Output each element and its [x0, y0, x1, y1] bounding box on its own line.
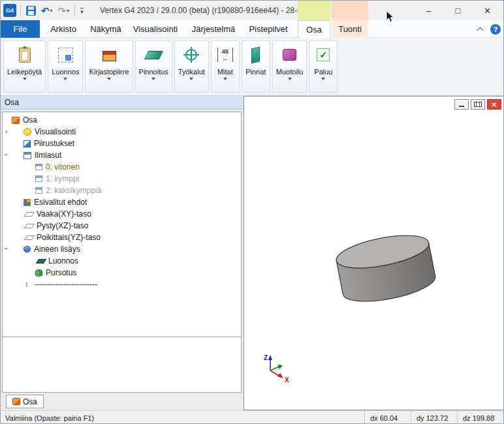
- customize-toolbar-button[interactable]: [79, 3, 85, 18]
- tree-item-vaaka-xy-taso[interactable]: Vaaka(XY)-taso: [3, 208, 241, 220]
- chevron-down-icon: [151, 78, 155, 80]
- ribbon-button-label: Leikepöytä: [7, 68, 42, 76]
- panel-tab-osa[interactable]: Osa: [6, 395, 44, 408]
- coordinate-dy: dy 123.72: [411, 411, 457, 424]
- chevron-down-icon[interactable]: [5, 151, 12, 159]
- extrude-icon: [35, 269, 42, 277]
- chevron-right-icon[interactable]: [5, 127, 12, 135]
- insert-marker-icon: [24, 280, 31, 288]
- model-cylinder[interactable]: [334, 230, 437, 308]
- ribbon-button-paluu[interactable]: Paluu: [309, 40, 338, 93]
- ribbon-button-leikep-yt[interactable]: Leikepöytä: [3, 40, 46, 93]
- collapse-ribbon-icon[interactable]: [476, 25, 485, 34]
- tree-item-poikittais-yz-taso[interactable]: Poikittais(YZ)-taso: [3, 232, 241, 243]
- viewport-close-button[interactable]: [487, 99, 501, 110]
- tree-item-piirustukset[interactable]: Piirustukset: [3, 138, 241, 149]
- context-tab-group-tuonti: [332, 1, 368, 20]
- configuration-icon: [35, 164, 42, 170]
- chevron-down-icon: [107, 78, 111, 80]
- undo-button[interactable]: [40, 3, 54, 18]
- ribbon-button-label: Mitat: [217, 68, 233, 76]
- tree-item-2-kaksikymppi[interactable]: 2: kaksikymppiä: [3, 185, 241, 196]
- help-button[interactable]: ?: [490, 24, 501, 35]
- library-feature-icon: [102, 51, 116, 61]
- tree-item-label: Pursotus: [46, 268, 76, 277]
- tree-item-label: 0: vitonen: [46, 162, 80, 172]
- window-controls: – □ ✕: [414, 1, 502, 20]
- ribbon-button-label: Muotoilu: [276, 68, 304, 76]
- tree-item-label: Visualisointi: [35, 127, 76, 136]
- chevron-down-icon: [288, 78, 292, 80]
- ribbon-button-kirjastopiirre[interactable]: Kirjastopiirre: [85, 40, 133, 93]
- ribbon-button-ty-kalut[interactable]: Työkalut: [174, 40, 209, 93]
- coating-icon: [146, 44, 161, 66]
- tab-n-kym[interactable]: Näkymä: [86, 20, 126, 38]
- tab-tuonti[interactable]: Tuonti: [332, 20, 368, 38]
- chevron-down-icon[interactable]: [5, 245, 12, 252]
- tree-item-aineen-lis-ys[interactable]: Aineen lisäys: [3, 243, 241, 255]
- tree-item-osa[interactable]: Osa: [3, 114, 241, 126]
- tab-j-rjestelm[interactable]: Järjestelmä: [185, 20, 242, 38]
- preselected-conditions-icon: [24, 199, 31, 206]
- tree-item-1-kymppi[interactable]: 1: kymppi: [3, 173, 241, 185]
- tree-item-visualisointi[interactable]: Visualisointi: [3, 126, 241, 138]
- model-scene: Z X: [244, 97, 504, 410]
- configurations-icon: [24, 152, 31, 159]
- tree-item-luonnos[interactable]: Luonnos: [3, 255, 241, 267]
- tree-item-0-vitonen[interactable]: 0: vitonen: [3, 161, 241, 173]
- ribbon-button-pinnoitus[interactable]: Pinnoitus: [135, 40, 172, 93]
- tab-pistepilvet[interactable]: Pistepilvet: [242, 20, 294, 38]
- viewport[interactable]: Z X: [244, 96, 504, 410]
- model-tree: OsaVisualisointiPiirustuksetIlmiasut0: v…: [2, 112, 242, 337]
- model-tree-panel: Osa OsaVisualisointiPiirustuksetIlmiasut…: [1, 96, 244, 410]
- tree-item-label: Vaaka(XY)-taso: [37, 209, 91, 219]
- ribbon-button-label: Pinnoitus: [139, 68, 168, 76]
- ribbon-button-mitat[interactable]: Mitat: [211, 40, 240, 93]
- tree-item-item[interactable]: ------------------------: [3, 279, 241, 290]
- z-axis-label: Z: [264, 354, 268, 361]
- orientation-triad: Z X: [264, 354, 289, 384]
- tools-icon: [185, 49, 197, 61]
- configuration-icon: [35, 175, 42, 182]
- chevron-down-icon: [321, 78, 325, 80]
- minimize-button[interactable]: –: [414, 1, 443, 20]
- maximize-button[interactable]: □: [443, 1, 473, 20]
- tree-item-label: Aineen lisäys: [34, 245, 80, 254]
- tree-item-label: 2: kaksikymppiä: [46, 186, 101, 195]
- tab-file[interactable]: File: [1, 20, 40, 38]
- viewport-restore-button[interactable]: [471, 99, 485, 110]
- ribbon-button-muotoilu[interactable]: Muotoilu: [272, 40, 307, 93]
- visualization-icon: [24, 128, 31, 136]
- plane-vertical-icon: [24, 224, 35, 228]
- chevron-down-icon: [67, 8, 69, 14]
- main-area: Osa OsaVisualisointiPiirustuksetIlmiasut…: [1, 96, 503, 410]
- redo-button[interactable]: [57, 3, 71, 18]
- tree-item-label: Osa: [23, 115, 37, 125]
- tree-item-pursotus[interactable]: Pursotus: [3, 267, 241, 279]
- return-check-icon: [317, 44, 330, 66]
- x-axis-arrow-icon: [277, 373, 283, 378]
- save-button[interactable]: [25, 3, 37, 18]
- tab-visualisointi[interactable]: Visualisointi: [126, 20, 185, 38]
- close-button[interactable]: ✕: [473, 1, 502, 20]
- redo-icon: [58, 6, 67, 16]
- viewport-minimize-button[interactable]: [454, 99, 469, 110]
- dimension-45-icon: [217, 44, 233, 66]
- tab-arkisto[interactable]: Arkisto: [41, 20, 86, 38]
- tree-item-ilmiasut[interactable]: Ilmiasut: [3, 149, 241, 161]
- ribbon-button-label: Työkalut: [178, 68, 205, 76]
- ribbon-button-luonnos[interactable]: Luonnos: [48, 40, 83, 93]
- ribbon-tab-strip: FileArkistoNäkymäVisualisointiJärjestelm…: [1, 20, 503, 38]
- configuration-icon: [35, 187, 42, 194]
- app-logo: G4: [3, 4, 16, 17]
- tab-osa[interactable]: Osa: [298, 20, 330, 38]
- tree-item-label: Poikittais(YZ)-taso: [37, 233, 101, 242]
- sketch-icon: [36, 259, 46, 264]
- chevron-down-icon: [223, 78, 227, 80]
- status-bar: Valmiina (Opaste: paina F1) dx 60.04dy 1…: [1, 410, 503, 424]
- context-tab-group-osa: [298, 1, 330, 20]
- ribbon-button-label: Kirjastopiirre: [89, 68, 129, 76]
- tree-item-pysty-xz-taso[interactable]: Pysty(XZ)-taso: [3, 220, 241, 232]
- ribbon-button-pinnat[interactable]: Pinnat: [242, 40, 270, 93]
- tree-item-esivalitut-ehdot[interactable]: Esivalitut ehdot: [3, 196, 241, 208]
